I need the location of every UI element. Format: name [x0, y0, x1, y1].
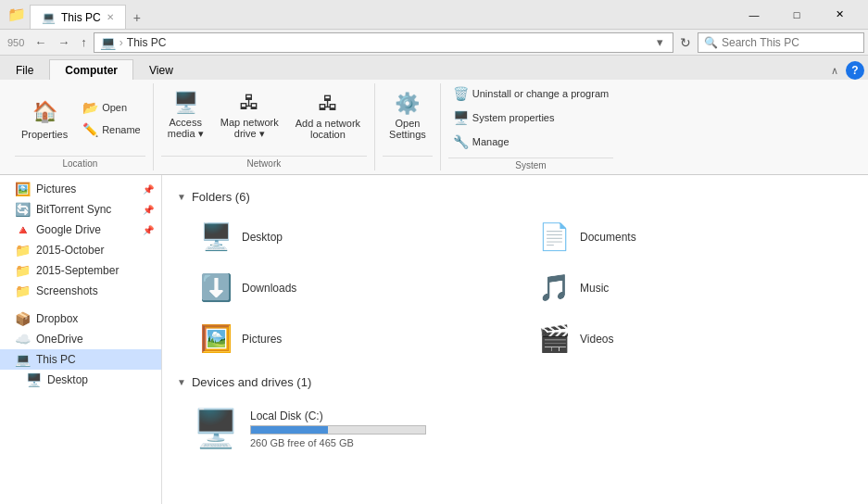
rename-button[interactable]: ✏️ Rename [78, 120, 145, 140]
uninstall-icon: 🗑️ [453, 86, 469, 101]
open-settings-group-label [383, 156, 433, 170]
videos-folder-icon: 🎬 [538, 323, 571, 354]
pictures-folder-icon: 🖼️ [200, 323, 233, 354]
breadcrumb-this-pc[interactable]: This PC [127, 36, 167, 49]
minimize-button[interactable]: — [733, 0, 775, 30]
folder-documents[interactable]: 📄 Documents [530, 215, 853, 258]
sidebar-google-drive-label: Google Drive [36, 223, 101, 236]
folders-section-label: Folders (6) [192, 190, 250, 204]
access-media-label: Accessmedia ▾ [168, 117, 204, 140]
close-button[interactable]: ✕ [818, 0, 861, 30]
access-media-button[interactable]: 🖥️ Accessmedia ▾ [161, 93, 210, 145]
open-rename-buttons: 📂 Open ✏️ Rename [78, 97, 145, 140]
ribbon-group-open-settings: ⚙️ OpenSettings [375, 83, 441, 170]
tab-computer[interactable]: Computer [49, 59, 133, 80]
tab-this-pc[interactable]: 💻 This PC ✕ [30, 5, 126, 29]
properties-button[interactable]: 🏠 Properties [15, 93, 74, 145]
address-row: 950 ← → ↑ 💻 › This PC ▾ ↻ 🔍 [0, 30, 868, 56]
manage-button[interactable]: 🔧 Manage [448, 132, 613, 152]
map-network-drive-button[interactable]: 🖧 Map networkdrive ▾ [214, 93, 285, 145]
sidebar-bittorrent-label: BitTorrent Sync [36, 203, 111, 216]
ribbon-tabs: File Computer View ∧ ? [0, 56, 868, 80]
tab-label: This PC [61, 11, 101, 24]
sidebar-item-bittorrent[interactable]: 🔄 BitTorrent Sync 📌 [0, 199, 161, 220]
breadcrumb-folder-icon: 💻 [100, 35, 116, 50]
ribbon-group-system: 🗑️ Uninstall or change a program 🖥️ Syst… [441, 83, 621, 170]
sidebar-item-screenshots[interactable]: 📁 Screenshots [0, 281, 161, 301]
folders-section-header[interactable]: ▼ Folders (6) [177, 190, 853, 204]
add-network-icon: 🖧 [313, 92, 343, 116]
network-group-label: Network [161, 156, 367, 170]
documents-folder-name: Documents [580, 231, 636, 244]
breadcrumb-dropdown-button[interactable]: ▾ [653, 35, 667, 49]
ribbon-group-network: 🖥️ Accessmedia ▾ 🖧 Map networkdrive ▾ 🖧 … [154, 83, 375, 170]
open-settings-buttons: ⚙️ OpenSettings [383, 83, 433, 154]
breadcrumb-bar[interactable]: 💻 › This PC ▾ [94, 32, 673, 53]
rename-icon: ✏️ [82, 122, 98, 137]
tab-close-button[interactable]: ✕ [107, 12, 114, 22]
search-icon: 🔍 [704, 36, 718, 49]
window-controls: — □ ✕ [733, 0, 861, 30]
folder-videos[interactable]: 🎬 Videos [530, 317, 853, 360]
new-tab-button[interactable]: + [126, 6, 148, 29]
sep-icon: 📁 [15, 263, 31, 278]
videos-folder-name: Videos [580, 333, 613, 346]
breadcrumb-sep: › [120, 36, 123, 49]
help-button[interactable]: ? [846, 61, 864, 80]
drive-c-space: 260 GB free of 465 GB [250, 437, 426, 448]
drive-local-disk-c[interactable]: 🖥️ Local Disk (C:) 260 GB free of 465 GB [177, 400, 853, 457]
ribbon-collapse-button[interactable]: ∧ [827, 63, 842, 79]
drive-computer-icon: 🖥️ [193, 407, 239, 450]
sidebar-dropbox-label: Dropbox [36, 312, 78, 325]
sidebar-item-desktop[interactable]: 🖥️ Desktop [0, 370, 161, 390]
ribbon-content: 🏠 Properties 📂 Open ✏️ Rename Location [0, 80, 868, 174]
folders-grid: 🖥️ Desktop 📄 Documents ⬇️ Downloads 🎵 Mu… [177, 215, 853, 360]
system-props-icon: 🖥️ [453, 110, 469, 125]
add-network-location-button[interactable]: 🖧 Add a networklocation [289, 93, 367, 145]
drives-section-label: Devices and drives (1) [192, 375, 311, 389]
maximize-button[interactable]: □ [775, 0, 818, 30]
sidebar-item-2015-october[interactable]: 📁 2015-October [0, 240, 161, 260]
tab-file[interactable]: File [0, 59, 49, 80]
desktop-icon-sidebar: 🖥️ [26, 372, 42, 387]
sidebar-desktop-label: Desktop [47, 373, 88, 386]
manage-icon: 🔧 [453, 134, 469, 149]
drive-c-bar [250, 425, 426, 435]
title-bar: 📁 💻 This PC ✕ + — □ ✕ [0, 0, 868, 30]
open-settings-button[interactable]: ⚙️ OpenSettings [383, 93, 433, 145]
open-button[interactable]: 📂 Open [78, 97, 145, 118]
open-settings-label: OpenSettings [389, 118, 426, 140]
sidebar-item-dropbox[interactable]: 📦 Dropbox [0, 309, 161, 329]
forward-button[interactable]: → [53, 33, 74, 51]
up-button[interactable]: ↑ [76, 33, 92, 51]
folder-pictures[interactable]: 🖼️ Pictures [192, 317, 515, 360]
pin-icon-gdrive: 📌 [143, 225, 154, 235]
sidebar-item-2015-september[interactable]: 📁 2015-September [0, 260, 161, 281]
folder-desktop[interactable]: 🖥️ Desktop [192, 215, 515, 258]
sidebar-item-this-pc[interactable]: 💻 This PC [0, 349, 161, 370]
back-button[interactable]: ← [30, 33, 51, 51]
uninstall-button[interactable]: 🗑️ Uninstall or change a program [448, 83, 613, 104]
folder-downloads[interactable]: ⬇️ Downloads [192, 266, 515, 309]
search-input[interactable] [722, 36, 861, 49]
expand-icon: 📌 [143, 184, 154, 195]
pictures-icon: 🖼️ [15, 182, 31, 196]
sidebar-item-onedrive[interactable]: ☁️ OneDrive [0, 329, 161, 349]
refresh-button[interactable]: ↻ [675, 33, 696, 52]
music-folder-name: Music [580, 282, 609, 295]
open-icon: 📂 [82, 100, 98, 115]
sidebar-screenshots-label: Screenshots [36, 284, 98, 297]
network-buttons: 🖥️ Accessmedia ▾ 🖧 Map networkdrive ▾ 🖧 … [161, 83, 367, 154]
tabs-area: 💻 This PC ✕ + [30, 0, 733, 29]
sidebar-item-google-drive[interactable]: 🔺 Google Drive 📌 [0, 220, 161, 240]
location-group-label: Location [15, 156, 145, 170]
folder-music[interactable]: 🎵 Music [530, 266, 853, 309]
drive-c-bar-fill [251, 426, 328, 434]
system-properties-button[interactable]: 🖥️ System properties [448, 107, 613, 128]
sidebar-item-pictures[interactable]: 🖼️ Pictures 📌 [0, 179, 161, 199]
uninstall-label: Uninstall or change a program [472, 88, 609, 99]
content-area: ▼ Folders (6) 🖥️ Desktop 📄 Documents ⬇️ … [162, 175, 868, 504]
drive-c-info: Local Disk (C:) 260 GB free of 465 GB [250, 410, 426, 448]
drives-section-header[interactable]: ▼ Devices and drives (1) [177, 375, 853, 389]
tab-view[interactable]: View [133, 59, 189, 80]
